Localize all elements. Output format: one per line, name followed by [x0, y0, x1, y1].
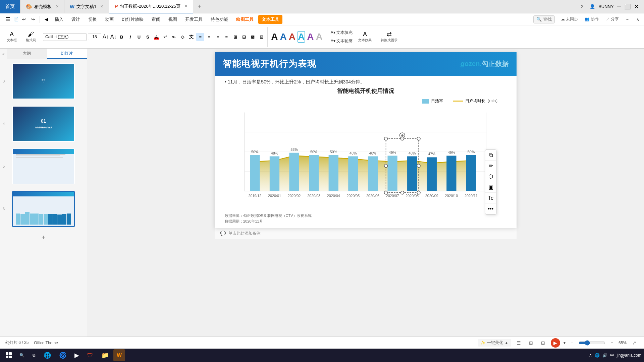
add-slide-button[interactable]: +	[0, 230, 87, 245]
indent-button[interactable]: ⊟	[240, 33, 248, 41]
font-color-button[interactable]: A	[152, 33, 160, 41]
hamburger-menu[interactable]: ☰	[3, 15, 13, 24]
template-tab-close[interactable]: ✕	[56, 4, 59, 9]
align-center-button[interactable]: ≡	[205, 33, 213, 41]
menu-review[interactable]: 审阅	[148, 15, 164, 24]
float-text-button[interactable]: Tc	[485, 193, 496, 203]
distribute-button[interactable]: ⊞	[231, 33, 239, 41]
slide-thumb-4[interactable]: 01智能电视整体行为概况	[12, 106, 75, 142]
media-button[interactable]: ▶	[71, 349, 83, 361]
beautify-button[interactable]: ✨ 一键美化 ▲	[478, 339, 511, 347]
sidebar-collapse-button[interactable]: «	[0, 52, 7, 56]
menu-slideshow[interactable]: 幻灯片放映	[118, 15, 147, 24]
float-edit-button[interactable]: ✏	[485, 161, 496, 171]
close-button[interactable]: ✕	[634, 3, 639, 10]
task-view-button[interactable]: ⧉	[29, 349, 39, 361]
line-spacing-button[interactable]: ⊡	[257, 33, 265, 41]
textbox-button[interactable]: A 文本框	[5, 30, 19, 44]
align-left-button[interactable]: ≡	[196, 33, 204, 41]
zoom-slider[interactable]	[579, 340, 605, 346]
edge-button[interactable]: 🌀	[56, 349, 70, 361]
font-size-selector[interactable]: 18	[88, 34, 101, 40]
float-layers-button[interactable]: ⧉	[485, 150, 496, 161]
text-color-blue[interactable]: A	[280, 32, 287, 42]
book-view-button[interactable]: ⊟	[539, 339, 547, 347]
comment-area[interactable]: 💬 单击此处添加备注	[215, 228, 517, 239]
share-button[interactable]: ↗ 分享	[604, 15, 621, 23]
prev-arrow[interactable]: ◀	[43, 15, 50, 23]
underline-button[interactable]: U	[135, 33, 143, 41]
chrome-button[interactable]: 🌐	[40, 349, 54, 361]
italic-button[interactable]: I	[126, 33, 134, 41]
text-fill-button[interactable]: A▾ 文本填充	[328, 29, 355, 36]
text-color-black[interactable]: A	[271, 32, 278, 42]
tray-arrow[interactable]: ∧	[589, 353, 592, 358]
align-right-button[interactable]: ≡	[214, 33, 222, 41]
bold-button[interactable]: B	[117, 33, 125, 41]
slide-thumb-5[interactable]	[12, 148, 75, 184]
menu-special[interactable]: 特色功能	[207, 15, 231, 24]
menu-design[interactable]: 设计	[68, 15, 84, 24]
text-color-purple[interactable]: A	[307, 32, 314, 42]
text-color-red[interactable]: A	[289, 32, 296, 42]
justify-button[interactable]: ≡	[222, 33, 230, 41]
format-brush-button[interactable]: 🖌 格式刷	[24, 30, 38, 44]
convert-button[interactable]: ⇄ 转换成图示	[379, 30, 399, 44]
menu-view[interactable]: 视图	[165, 15, 180, 24]
collapse-ribbon-button[interactable]: ∧	[634, 16, 641, 23]
float-more-button[interactable]: •••	[485, 203, 496, 214]
ppt1-tab-close[interactable]: ✕	[184, 4, 187, 8]
text-color-gray[interactable]: A	[316, 32, 323, 42]
subscript-button[interactable]: x₂	[170, 33, 178, 41]
menu-animation[interactable]: 动画	[102, 15, 117, 24]
collab-button[interactable]: 👥 协作	[583, 15, 601, 23]
tab-template[interactable]: 🎨 稻壳模板 ✕	[20, 0, 64, 13]
slides-tab[interactable]: 幻灯片	[47, 49, 87, 59]
text-outline-button[interactable]: A▾ 文本轮廓	[328, 38, 355, 45]
strikethrough-button[interactable]: S	[144, 33, 152, 41]
shape-button[interactable]: ◇	[178, 33, 186, 41]
windows-start-button[interactable]	[3, 349, 15, 361]
new-tab-button[interactable]: +	[193, 3, 206, 10]
list-view-button[interactable]: ☰	[515, 339, 523, 347]
tab-ppt1[interactable]: P 勾正数据-2020年...020.12-25页 ✕	[109, 0, 193, 13]
search-taskbar-button[interactable]: 🔍	[16, 349, 28, 361]
explorer-button[interactable]: 📁	[98, 349, 112, 361]
float-crop-button[interactable]: ▣	[485, 182, 496, 193]
float-shape-button[interactable]: ⬡	[485, 171, 496, 182]
slide-thumb-6[interactable]	[12, 191, 75, 227]
file-icon[interactable]: 📄	[14, 17, 19, 21]
font-name-selector[interactable]: Calibri (正文)	[43, 33, 87, 41]
security-button[interactable]: 🛡	[84, 349, 97, 361]
decrease-font-button[interactable]: A↓	[110, 34, 117, 40]
more-button[interactable]: ⋯	[624, 16, 632, 23]
superscript-button[interactable]: x²	[161, 33, 169, 41]
increase-font-button[interactable]: A↑	[103, 34, 109, 40]
wps-taskbar-button[interactable]: W	[113, 349, 125, 361]
char-button[interactable]: 文	[187, 33, 195, 41]
outline-tab[interactable]: 大纲	[7, 49, 47, 59]
zoom-out-button[interactable]: −	[569, 340, 575, 346]
slide-thumb-3[interactable]: 前言···	[12, 63, 75, 99]
redo-button[interactable]: ↪	[29, 15, 37, 23]
outdent-button[interactable]: ⊠	[249, 33, 257, 41]
tab-home[interactable]: 首页	[0, 0, 20, 13]
zoom-in-button[interactable]: +	[609, 340, 615, 346]
minimize-button[interactable]: ─	[617, 4, 621, 10]
doc1-tab-close[interactable]: ✕	[100, 4, 103, 9]
menu-texttool[interactable]: 文本工具	[258, 15, 282, 24]
menu-devtools[interactable]: 开发工具	[182, 15, 206, 24]
unsync-button[interactable]: ☁ 未同步	[559, 15, 580, 23]
undo-button[interactable]: ↩	[20, 15, 28, 23]
present-button[interactable]: ▶	[551, 338, 560, 348]
menu-drawtool[interactable]: 绘图工具	[233, 15, 257, 24]
restore-button[interactable]: ⬜	[624, 3, 631, 10]
slide-view-button[interactable]: ⊞	[527, 339, 535, 347]
present-dropdown[interactable]: ▾	[564, 341, 566, 345]
fullscreen-button[interactable]: ⤢	[630, 339, 639, 347]
text-effect-button[interactable]: A 文本效果	[356, 30, 374, 44]
text-color-cyan[interactable]: A	[298, 31, 305, 43]
search-box[interactable]: 🔍 查找	[533, 15, 555, 23]
tab-doc1[interactable]: W 文字文稿1 ✕	[64, 0, 109, 13]
menu-transition[interactable]: 切换	[85, 15, 100, 24]
